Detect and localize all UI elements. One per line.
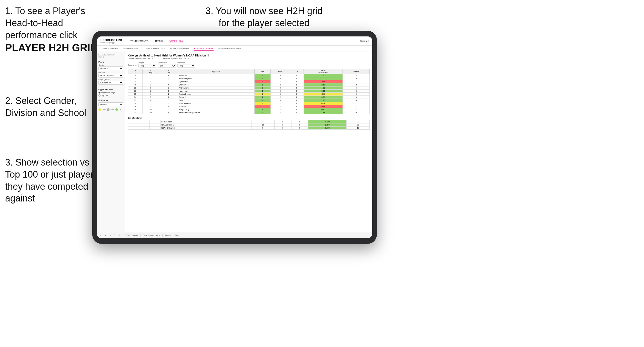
cell-rounds: 6 [343, 111, 370, 114]
opponent-select[interactable]: (All) [177, 64, 195, 68]
cell-loss: 1 [271, 111, 290, 114]
cell-tie: 0 [290, 99, 304, 102]
col-reg: #Reg [143, 69, 159, 74]
cell-opponent: NCAA Division 2 [160, 127, 251, 130]
out-of-division-table: Foreign Team 1 0 0 4.500 2 NAIA Division… [128, 120, 370, 130]
cell-conf: 1 [159, 74, 178, 77]
cell-opponent: Jessica Huang [178, 93, 255, 96]
cell-reg: 3 [143, 80, 159, 83]
navbar: SCOREBOARD Powered by clippd TOURNAMENTS… [97, 36, 372, 46]
cell-win: 1 [255, 77, 271, 80]
cell-div [128, 127, 139, 130]
undo-btn[interactable]: ↩ [99, 234, 103, 237]
cell-loss: 0 [274, 120, 291, 123]
cell-loss: 2 [271, 102, 290, 105]
view-original-btn[interactable]: View: Original [125, 234, 139, 237]
opponent-view-label: Opponent view [98, 88, 123, 91]
radio-dot-opponents [98, 92, 100, 94]
cell-div: 11 [128, 90, 143, 93]
table-row: 11 2 5 Heejo Hyun 1 0 0 3.33 3 [128, 90, 370, 93]
cell-tie: 0 [290, 105, 304, 108]
ipad-device: SCOREBOARD Powered by clippd TOURNAMENTS… [92, 31, 377, 244]
cell-div: 3 [128, 74, 143, 77]
cell-loss: 1 [271, 80, 290, 83]
cell-div: 10 [128, 86, 143, 90]
cell-conf: 7 [159, 111, 178, 114]
cell-loss: 0 [271, 83, 290, 86]
cell-conf [150, 120, 161, 123]
table-row: 5 2 2 Alexis Sudjianto 1 0 0 4.00 3 [128, 77, 370, 80]
table-row: 10 6 3 Andrea York 2 0 0 4.00 4 [128, 86, 370, 90]
cell-reg [139, 127, 150, 130]
refresh-btn[interactable]: ↺ [118, 234, 121, 237]
colour-by-select[interactable]: Win/loss [98, 102, 123, 106]
cell-div: 5 [128, 77, 143, 80]
cell-div: 18 [128, 105, 143, 108]
cell-rounds: 2 [347, 120, 370, 123]
instruction-step2: 2. Select Gender, Division and School [5, 95, 95, 119]
redo-btn[interactable]: ↩ [104, 234, 108, 237]
cell-loss: 0 [271, 74, 290, 77]
colour-by-label: Colour by [98, 99, 123, 101]
cell-loss: 2 [271, 96, 290, 99]
back-btn[interactable]: ‹ [109, 234, 112, 237]
radio-opponents-played[interactable]: Opponents Played [98, 92, 123, 94]
toolbar-divider-2 [140, 234, 140, 237]
logo-text: SCOREBOARD [100, 38, 122, 42]
table-row: 19 10 6 Emily Chang 4 1 0 0.30 11 [128, 108, 370, 111]
cell-reg: 7 [143, 96, 159, 99]
cell-rounds: 3 [343, 77, 370, 80]
col-conf: #Conf [159, 69, 178, 74]
sign-out-link[interactable]: Sign out [360, 40, 369, 42]
cell-rounds: 2 [343, 105, 370, 108]
radio-top100[interactable]: Top 100 [98, 94, 123, 97]
watch-btn[interactable]: Watch [164, 234, 171, 237]
sub-nav-player-summary[interactable]: PLAYER SUMMARY [169, 47, 190, 50]
cell-conf: 5 [159, 99, 178, 102]
sub-nav-team-summary[interactable]: TEAM SUMMARY [100, 47, 119, 50]
player-rank-select[interactable]: 8. Katelyn Vo [98, 81, 123, 85]
sub-nav-player-h2h-grid[interactable]: PLAYER H2H GRID [194, 47, 214, 51]
region-filter: Region (All) [138, 62, 156, 68]
sub-nav-team-h2h-heatmap[interactable]: TEAM H2H HEATMAP [144, 47, 166, 50]
cell-rounds: 7 [343, 102, 370, 105]
cell-win: 2 [255, 111, 271, 114]
cell-opponent: Andrea York [178, 86, 255, 90]
col-div: #Div [128, 69, 143, 74]
sub-nav-player-h2h-heatmap[interactable]: PLAYER H2H HEATMAP [217, 47, 242, 50]
gender-select[interactable]: Women's Men's [98, 66, 123, 70]
cell-loss: 1 [271, 105, 290, 108]
cell-rounds: 10 [347, 127, 370, 130]
cell-tie: 0 [290, 86, 304, 90]
cell-rounds: 4 [343, 86, 370, 90]
cell-win: 2 [255, 96, 271, 99]
cell-tie: 0 [290, 102, 304, 105]
division-select[interactable]: NCAA Division III NCAA Division I NCAA D… [98, 74, 123, 78]
conference-label: Conference [158, 62, 176, 64]
cell-opponent: Stella Cheng [178, 99, 255, 102]
cell-win: 5 [251, 127, 274, 130]
cell-conf: 6 [159, 108, 178, 111]
ipad-screen: SCOREBOARD Powered by clippd TOURNAMENTS… [97, 36, 372, 238]
forward-btn[interactable]: ⊙ [113, 234, 116, 237]
region-select[interactable]: (All) [138, 64, 156, 68]
conference-select[interactable]: (All) [158, 64, 176, 68]
col-win: Win [255, 69, 271, 74]
ood-table-row: NAIA Division 1 15 0 0 9.267 30 [128, 123, 370, 127]
cell-reg: 1 [143, 102, 159, 105]
opponents-filter-label: Opponents: [128, 63, 137, 67]
cell-rounds: 30 [347, 123, 370, 127]
nav-tournaments[interactable]: TOURNAMENTS [129, 39, 149, 43]
cell-diff: -5.00 [304, 105, 343, 108]
nav-teams[interactable]: TEAMS [154, 39, 164, 43]
nav-committee[interactable]: COMMITTEE [168, 39, 184, 43]
cell-reg: 2 [143, 90, 159, 93]
cell-win: 4 [255, 108, 271, 111]
sub-nav-team-h2h-grid[interactable]: TEAM H2H GRID [122, 47, 140, 50]
cell-diff: 1.50 [304, 74, 343, 77]
save-custom-btn[interactable]: Save Custom View [142, 234, 161, 237]
share-btn[interactable]: Share [173, 234, 180, 237]
toolbar: ↩ ↩ ‹ ⊙ ↺ View: Original Save Custom Vie… [97, 232, 372, 238]
cell-opponent: Alexis Sudjianto [178, 77, 255, 80]
main-content: Last Updated: 27/03/2024 16:55:38 Player… [97, 52, 372, 232]
